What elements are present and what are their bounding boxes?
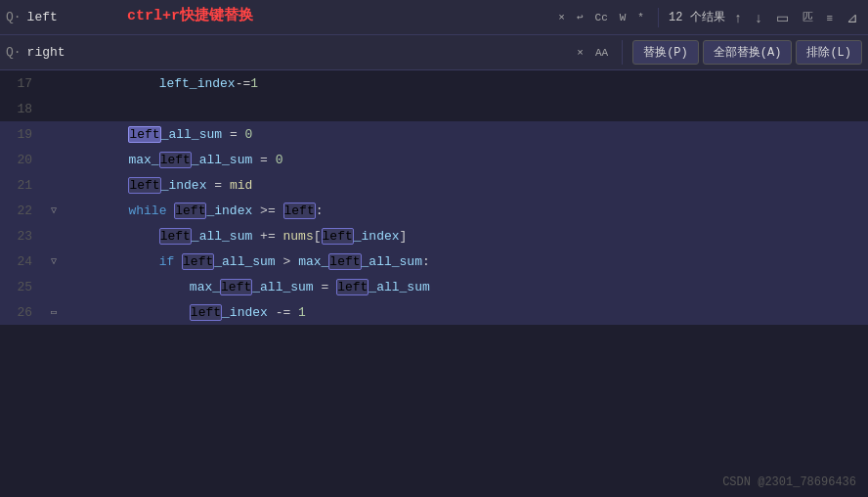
search-container: Q· × ↩ Cc W * 12 个结果 ↑ ↓ ▭ 匹 ≡ ⊿ ctrl+r快… (0, 0, 868, 70)
fold-icon-24[interactable]: ▽ (51, 255, 57, 267)
view-btn[interactable]: ▭ (772, 8, 793, 27)
line-num-24: 24 (0, 254, 44, 269)
replace-all-btn[interactable]: 全部替换(A) (703, 40, 793, 65)
filter-btn[interactable]: ⊿ (843, 8, 862, 27)
line-content-24: if left_all_sum > max_left_all_sum: (64, 254, 868, 269)
code-line-24: 24 ▽ if left_all_sum > max_left_all_sum: (0, 248, 868, 274)
line-content-19: left_all_sum = 0 (64, 127, 868, 142)
right-panel: 12 个结果 ↑ ↓ ▭ 匹 ≡ ⊿ (658, 8, 862, 27)
replace-row: Q· × AA 替换(P) 全部替换(A) 排除(L) (0, 35, 868, 70)
line-num-20: 20 (0, 153, 44, 167)
line-num-22: 22 (0, 203, 44, 218)
find-input[interactable] (27, 10, 549, 24)
line-content-20: max_left_all_sum = 0 (64, 153, 868, 167)
line-num-17: 17 (0, 76, 44, 91)
code-line-25: 25 max_left_all_sum = left_all_sum (0, 274, 868, 299)
line-content-17: left_index-=1 (64, 76, 868, 91)
line-num-19: 19 (0, 127, 44, 142)
code-line-18: 18 (0, 96, 868, 121)
match-case-btn[interactable]: 匹 (799, 8, 817, 26)
code-line-20: 20 max_left_all_sum = 0 (0, 147, 868, 172)
code-line-26: 26 ▭ left_index -= 1 (0, 299, 868, 325)
code-line-23: 23 left_all_sum += nums[left_index] (0, 223, 868, 248)
line-num-26: 26 (0, 305, 44, 320)
code-line-17: 17 left_index-=1 (0, 70, 868, 96)
line-num-21: 21 (0, 178, 44, 193)
replace-icon: Q· (6, 45, 22, 60)
line-num-23: 23 (0, 229, 44, 244)
code-line-21: 21 left_index = mid (0, 172, 868, 198)
replace-buttons: 替换(P) 全部替换(A) 排除(L) (622, 40, 862, 65)
line-content-21: left_index = mid (64, 178, 868, 193)
close-replace-btn[interactable]: × (573, 45, 587, 61)
word-btn[interactable]: W (616, 10, 630, 25)
exclude-btn[interactable]: 排除(L) (796, 40, 862, 65)
find-prev-btn[interactable]: ↩ (573, 9, 587, 25)
watermark: CSDN @2301_78696436 (722, 475, 856, 489)
line-content-23: left_all_sum += nums[left_index] (64, 229, 868, 244)
close-find-btn[interactable]: × (554, 10, 569, 25)
replace-input[interactable] (27, 45, 568, 60)
result-count: 12 个结果 (669, 9, 725, 25)
list-btn[interactable]: ≡ (823, 10, 837, 25)
nav-up-btn[interactable]: ↑ (731, 8, 746, 27)
line-num-25: 25 (0, 280, 44, 294)
regex-btn[interactable]: * (633, 10, 648, 25)
line-content-22: while left_index >= left: (64, 203, 868, 218)
line-content-26: left_index -= 1 (64, 305, 868, 320)
gutter-26: ▭ (44, 306, 64, 318)
find-icon: Q· (6, 10, 22, 24)
code-area: 17 left_index-=1 18 19 left_all_sum = 0 … (0, 70, 868, 497)
preserve-case-btn[interactable]: AA (591, 45, 612, 61)
fold-icon-26[interactable]: ▭ (51, 306, 57, 318)
fold-icon-22[interactable]: ▽ (51, 204, 57, 216)
code-line-19: 19 left_all_sum = 0 (0, 121, 868, 147)
case-btn[interactable]: Cc (591, 10, 612, 25)
gutter-24: ▽ (44, 255, 64, 267)
gutter-22: ▽ (44, 204, 64, 216)
line-content-25: max_left_all_sum = left_all_sum (64, 280, 868, 294)
line-num-18: 18 (0, 102, 44, 116)
replace-btn[interactable]: 替换(P) (632, 40, 699, 65)
nav-down-btn[interactable]: ↓ (752, 8, 766, 27)
find-actions: × ↩ Cc W * (554, 9, 648, 25)
find-row: Q· × ↩ Cc W * 12 个结果 ↑ ↓ ▭ 匹 ≡ ⊿ (0, 0, 868, 35)
code-line-22: 22 ▽ while left_index >= left: (0, 198, 868, 223)
replace-actions: × AA (573, 45, 612, 61)
